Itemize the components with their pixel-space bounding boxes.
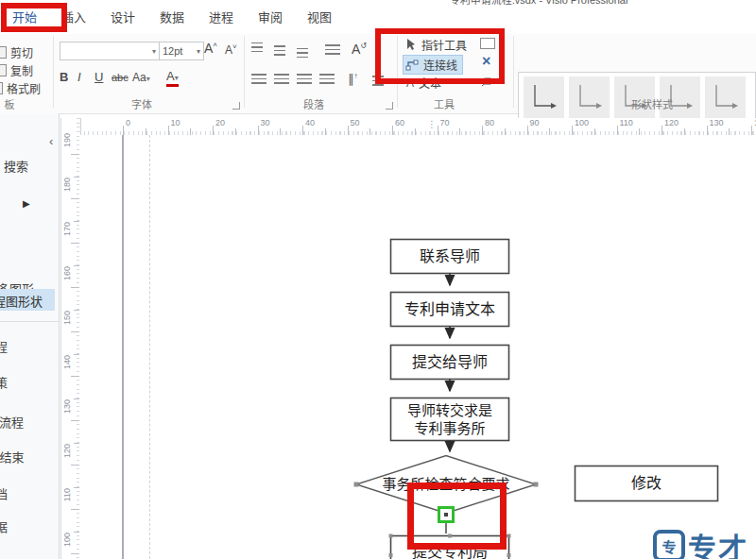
chevron-down-icon: ▾	[197, 47, 200, 56]
ruler-label: 170	[62, 222, 72, 236]
ruler-tick	[459, 128, 460, 135]
vertical-ruler: 190180170160150140130120110100	[60, 118, 81, 559]
stencil-item[interactable]: 子流程	[0, 413, 24, 431]
active-stencil-tab[interactable]: 基本流程图形状	[0, 289, 55, 311]
ruler-tick	[662, 126, 662, 135]
align-middle-icon	[274, 45, 285, 56]
tab-6[interactable]: 视图	[295, 5, 344, 31]
page-guide-line	[149, 135, 150, 559]
ruler-tick	[482, 126, 483, 135]
window-title: 专利申请流程.vsdx - Visio Professional	[397, 0, 680, 5]
tab-5[interactable]: 审阅	[246, 5, 295, 31]
ruler-tick	[348, 126, 349, 135]
ruler-tick	[258, 126, 259, 135]
ruler-tick	[639, 128, 640, 135]
ruler-label: 110	[62, 488, 72, 501]
ruler-tick	[392, 126, 393, 135]
ruler-tick	[280, 128, 281, 135]
tab-2[interactable]: 设计	[98, 5, 147, 31]
align-left-icon[interactable]	[251, 74, 266, 84]
panel-collapse-button[interactable]: ‹	[49, 134, 53, 148]
ruler-label: 150	[62, 311, 72, 325]
ruler-label: 100	[62, 533, 72, 547]
annotation-box-connector-tool	[375, 28, 505, 84]
copy-button[interactable]: 复制	[0, 62, 33, 78]
connector-style-tile[interactable]	[705, 76, 746, 118]
ruler-tick	[707, 126, 708, 135]
ruler-label: 120	[664, 118, 679, 127]
grow-font-button[interactable]: A˄	[204, 41, 217, 56]
connector-style-tile[interactable]	[524, 76, 564, 118]
font-size-combo[interactable]: 12pt▾	[159, 42, 204, 60]
ruler-tick	[594, 128, 595, 135]
format-painter-icon	[0, 82, 3, 94]
ruler-label: 30	[261, 118, 270, 127]
shapes-search-label[interactable]: 搜索	[4, 157, 28, 175]
change-case-button[interactable]: Aa▾	[132, 71, 150, 84]
ruler-tick	[123, 126, 124, 135]
panel-divider	[0, 321, 59, 322]
tab-3[interactable]: 数据	[147, 5, 197, 31]
ruler-tick	[729, 128, 730, 135]
stencil-item[interactable]: 数据	[0, 517, 8, 535]
ruler-label: 10	[171, 118, 180, 127]
format-painter-button[interactable]: 格式刷	[0, 80, 41, 96]
ruler-tick	[325, 128, 326, 135]
italic-button[interactable]: I	[77, 70, 81, 84]
ruler-label: 190	[62, 133, 72, 147]
group-separator	[513, 36, 514, 108]
ruler-label: 130	[62, 399, 72, 414]
ruler-tick	[438, 126, 438, 135]
ruler-label: 90	[530, 118, 540, 127]
align-right-icon[interactable]	[297, 74, 312, 84]
clipboard-group-label: 板	[0, 96, 19, 111]
text-direction-button[interactable]: ∥↑	[348, 72, 358, 86]
shapes-panel: ‹ 搜索 ▶ 更多图形 基本流程图形状 流程决策子流程开始/结束文档数据	[0, 113, 60, 559]
text-rotate-button[interactable]: A↺	[352, 42, 367, 57]
copy-icon	[0, 64, 7, 76]
font-name-combo[interactable]: ▾	[60, 42, 160, 60]
stencil-item[interactable]: 流程	[0, 337, 8, 355]
stencil-item[interactable]: 开始/结束	[0, 448, 25, 466]
cut-button[interactable]: 剪切	[0, 44, 33, 60]
ruler-tick	[146, 128, 146, 135]
underline-button[interactable]: U	[94, 70, 103, 84]
shape-styles-group-label: 形状样式	[595, 96, 709, 111]
paragraph-group-label: 段落	[257, 96, 370, 111]
ruler-tick	[505, 128, 506, 135]
align-top-icon	[251, 42, 263, 53]
ruler-tick	[213, 126, 214, 135]
horizontal-ruler: 0102030405060708090100110120130140	[79, 118, 756, 136]
ruler-tick	[684, 128, 685, 135]
ruler-tick	[190, 128, 191, 135]
group-separator	[244, 36, 245, 108]
cut-icon	[0, 46, 7, 59]
visio-app: 专利申请流程.vsdx - Visio Professional 开始插入设计数…	[0, 0, 756, 559]
ruler-tick	[235, 128, 236, 135]
stencil-item[interactable]: 决策	[0, 373, 8, 391]
ruler-label: 100	[575, 118, 589, 127]
ruler-tick	[617, 126, 618, 135]
chevron-down-icon: ▾	[152, 47, 156, 56]
annotation-box-connection-point	[407, 483, 507, 550]
stencil-item[interactable]: 文档	[0, 484, 8, 502]
ruler-label: 20	[215, 118, 225, 127]
font-color-button[interactable]: A▾	[166, 70, 179, 87]
font-group-label: 字体	[85, 96, 198, 111]
ruler-tick	[302, 126, 303, 135]
ruler-label: 0	[126, 118, 130, 127]
ruler-label: 180	[62, 178, 72, 192]
ruler-tick	[549, 128, 550, 135]
bullet-list-icon[interactable]	[325, 44, 340, 55]
ruler-label: 60	[395, 118, 404, 127]
expand-arrow-icon[interactable]: ▶	[23, 198, 30, 209]
justify-icon[interactable]	[319, 74, 335, 84]
align-center-icon[interactable]	[274, 74, 289, 84]
shrink-font-button[interactable]: A˅	[225, 42, 237, 57]
ruler-label: 160	[62, 266, 72, 280]
tab-4[interactable]: 进程	[197, 5, 246, 31]
bold-button[interactable]: B	[60, 70, 68, 84]
font-dialog-launcher-icon[interactable]	[232, 102, 240, 110]
ruler-tick	[415, 128, 416, 135]
strikethrough-button[interactable]: abc	[112, 72, 129, 83]
